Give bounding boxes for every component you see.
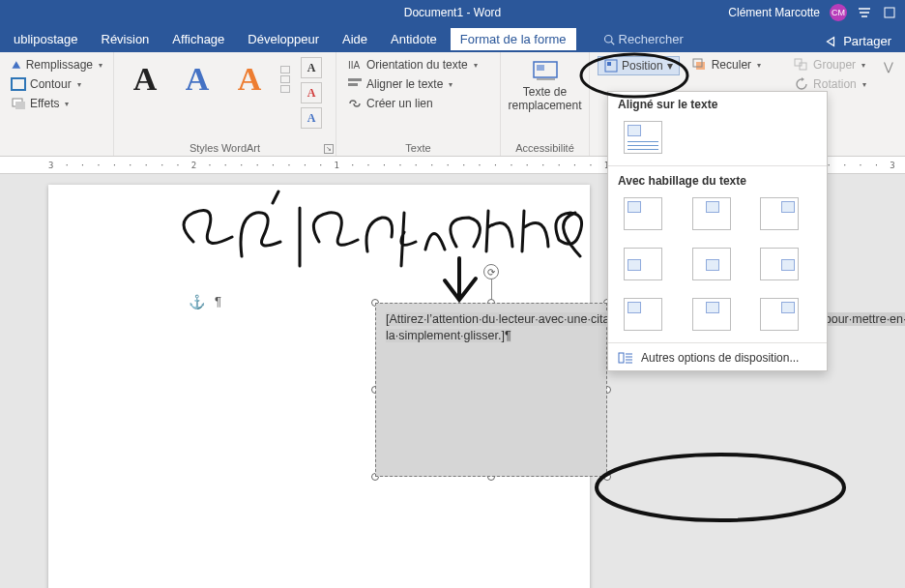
search-box[interactable]: Rechercher: [594, 28, 693, 52]
position-bc[interactable]: [692, 298, 731, 331]
position-inline[interactable]: [624, 121, 662, 154]
text-effects-button[interactable]: A: [301, 107, 322, 129]
share-button[interactable]: Partager: [814, 30, 901, 52]
window-restore-icon[interactable]: [882, 5, 897, 20]
text-direction-icon: IIA: [347, 58, 363, 72]
tab-developpeur[interactable]: Développeur: [238, 28, 329, 52]
user-avatar[interactable]: CM: [830, 4, 847, 21]
wordart-style-2[interactable]: A: [174, 56, 220, 103]
group-text: IIA Orientation du texte▾ Aligner le tex…: [336, 52, 501, 156]
align-text-button[interactable]: Aligner le texte▾: [344, 75, 492, 93]
shape-outline-button[interactable]: Contour▾: [8, 75, 105, 93]
svg-rect-8: [348, 83, 358, 86]
send-backward-button[interactable]: Reculer▾: [689, 56, 764, 74]
shape-effects-button[interactable]: Effets▾: [8, 95, 105, 112]
effects-icon: [11, 97, 26, 110]
title-bar: Document1 - Word Clément Marcotte CM: [0, 0, 905, 25]
send-backward-icon: [692, 58, 708, 72]
anchor-icon: ⚓: [189, 294, 205, 309]
link-icon: [347, 97, 363, 110]
svg-rect-5: [15, 102, 25, 109]
position-bl[interactable]: [624, 298, 662, 331]
position-tr[interactable]: [760, 197, 799, 230]
svg-rect-10: [537, 65, 544, 71]
gallery-down-icon[interactable]: [280, 75, 290, 83]
page[interactable]: ⚓ ¶ ⟳ [Attirez·l’attention·du·lecteur·av…: [48, 185, 590, 588]
tab-aide[interactable]: Aide: [333, 28, 377, 52]
dropdown-section1-title: Aligné sur le texte: [608, 92, 827, 115]
position-mr[interactable]: [760, 248, 799, 280]
wordart-style-1[interactable]: A: [122, 56, 168, 103]
rotation-handle[interactable]: ⟳: [483, 264, 499, 279]
align-text-icon: [347, 77, 363, 91]
tab-affichage[interactable]: Affichage: [162, 28, 234, 52]
position-icon: [604, 59, 618, 73]
svg-rect-18: [619, 353, 624, 363]
document-title: Document1 - Word: [404, 6, 501, 19]
svg-line-2: [611, 42, 614, 44]
group-wordart: A A A A A A Styles WordArt ↘: [114, 52, 336, 156]
text-outline-button[interactable]: A: [301, 82, 322, 103]
group-accessibility: Texte de remplacement Accessibilité: [501, 52, 590, 156]
alt-text-button[interactable]: Texte de remplacement: [509, 56, 581, 117]
gallery-up-icon[interactable]: [280, 66, 290, 74]
wordart-launcher-icon[interactable]: ↘: [324, 144, 334, 154]
tab-publipostage[interactable]: ublipostage: [4, 28, 88, 52]
position-mc[interactable]: [692, 248, 731, 280]
tab-format-forme[interactable]: Format de la forme: [451, 28, 576, 52]
selected-textbox[interactable]: [Attirez·l’attention·du·lecteur·avec·une…: [375, 303, 607, 477]
group-objects-button: Grouper▾: [791, 56, 869, 74]
svg-point-1: [604, 35, 612, 43]
tab-antidote[interactable]: Antidote: [381, 28, 447, 52]
svg-rect-3: [12, 78, 25, 90]
accessibility-group-label: Accessibilité: [509, 140, 581, 154]
layout-options-icon: [618, 351, 633, 365]
wordart-group-label: Styles WordArt: [122, 140, 328, 154]
position-button[interactable]: Position▾: [598, 56, 680, 75]
search-icon: [603, 34, 615, 45]
position-dropdown: Aligné sur le texte Avec habillage du te…: [607, 91, 828, 371]
ribbon-tabs: ublipostage Révision Affichage Développe…: [0, 25, 905, 52]
position-ml[interactable]: [624, 248, 662, 280]
svg-text:IIA: IIA: [348, 60, 361, 71]
svg-rect-14: [696, 62, 705, 70]
user-area: Clément Marcotte CM: [728, 4, 897, 21]
user-name: Clément Marcotte: [728, 6, 820, 19]
group-shape-styles: Remplissage▾ Contour▾ Effets▾: [0, 52, 114, 156]
position-br[interactable]: [760, 298, 799, 331]
share-icon: [824, 35, 837, 48]
position-tc[interactable]: [692, 197, 731, 230]
ribbon-display-options-icon[interactable]: [857, 5, 872, 20]
group-icon: [794, 58, 809, 72]
more-layout-options[interactable]: Autres options de disposition...: [608, 345, 827, 370]
wordart-style-3[interactable]: A: [226, 56, 273, 103]
paragraph-mark: ¶: [215, 294, 221, 309]
svg-rect-7: [348, 78, 362, 81]
text-fill-button[interactable]: A: [301, 57, 322, 78]
dropdown-section2-title: Avec habillage du texte: [608, 168, 827, 191]
shape-fill-button[interactable]: Remplissage▾: [8, 56, 105, 74]
svg-rect-13: [607, 62, 611, 66]
alt-text-icon: [532, 60, 559, 83]
ribbon-collapse-icon[interactable]: ⋁: [884, 56, 893, 77]
text-direction-button[interactable]: IIA Orientation du texte▾: [344, 56, 492, 74]
more-layout-label: Autres options de disposition...: [641, 351, 799, 365]
text-group-label: Texte: [344, 140, 492, 154]
textbox-selection[interactable]: ⟳ [Attirez·l’attention·du·lecteur·avec·u…: [375, 303, 607, 477]
rotation-icon: [794, 77, 809, 91]
svg-rect-0: [885, 8, 894, 17]
gallery-more-icon[interactable]: [280, 85, 290, 93]
search-placeholder: Rechercher: [619, 32, 684, 46]
position-tl[interactable]: [624, 197, 662, 230]
fill-icon: [11, 58, 22, 72]
create-link-button[interactable]: Créer un lien: [344, 95, 492, 112]
outline-icon: [11, 77, 26, 91]
tab-revision[interactable]: Révision: [92, 28, 160, 52]
